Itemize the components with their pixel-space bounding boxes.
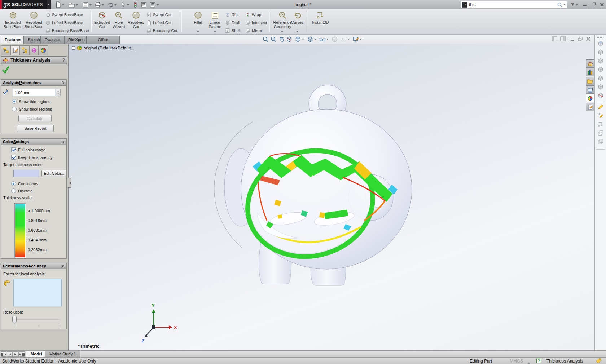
tab-evaluate[interactable]: Evaluate: [40, 36, 64, 44]
units-label[interactable]: MMGS: [510, 359, 523, 364]
mirror-entities-icon[interactable]: [597, 130, 604, 136]
3d-sketch-icon[interactable]: [597, 112, 604, 119]
displaymanager-tab[interactable]: [39, 45, 48, 55]
display-style-icon[interactable]: [307, 36, 313, 43]
menu-expand-arrow[interactable]: [47, 0, 51, 9]
task-pane-design-library-tab[interactable]: [586, 68, 594, 76]
save-dropdown-arrow[interactable]: [89, 4, 92, 7]
previous-tab-button[interactable]: [7, 351, 13, 357]
motion-study-tab[interactable]: Motion Study 1: [45, 351, 80, 357]
hidden-lines-removed-icon[interactable]: [597, 66, 604, 73]
task-pane-home-tab[interactable]: [586, 59, 594, 68]
view-settings-icon[interactable]: [352, 36, 359, 43]
section-view-icon[interactable]: [597, 92, 604, 99]
reference-geometry-dropdown-arrow[interactable]: [281, 31, 283, 34]
zoom-to-fit-icon[interactable]: [262, 36, 269, 43]
previous-view-icon[interactable]: [278, 36, 285, 43]
continuous-radio[interactable]: Continuous: [11, 181, 38, 186]
undo-dropdown-arrow[interactable]: [114, 4, 117, 7]
help-button[interactable]: ?: [571, 2, 574, 7]
save-report-button[interactable]: Save Report: [17, 125, 54, 132]
fillet-dropdown-arrow[interactable]: [197, 31, 199, 34]
thickness-value-input[interactable]: [13, 89, 55, 96]
extruded-cut-button[interactable]: ExtrudedCut: [93, 11, 111, 33]
mirror-button[interactable]: Mirror: [245, 27, 262, 34]
collapse-chevron-icon[interactable]: [61, 140, 65, 143]
save-button[interactable]: [82, 1, 89, 8]
lofted-cut-button[interactable]: Lofted Cut: [146, 19, 171, 26]
discrete-radio[interactable]: Discrete: [11, 188, 32, 193]
close-button[interactable]: [599, 2, 605, 7]
task-pane-custom-properties-tab[interactable]: [586, 103, 594, 111]
view-settings-dropdown-arrow[interactable]: [360, 39, 362, 41]
search-icon[interactable]: [557, 2, 562, 8]
thickness-spinner[interactable]: [56, 89, 61, 96]
model-tab[interactable]: Model: [26, 351, 47, 357]
hidden-lines-visible-icon[interactable]: [597, 58, 604, 64]
shaded-icon[interactable]: [597, 49, 604, 56]
faces-selection-listbox[interactable]: [13, 279, 62, 306]
lofted-boss-base-button[interactable]: Lofted Boss/Base: [45, 19, 83, 26]
panel-help-icon[interactable]: ?: [62, 58, 65, 63]
fillet-button[interactable]: Fillet: [190, 11, 206, 33]
collapse-chevron-icon[interactable]: [61, 81, 65, 84]
convert-entities-icon[interactable]: [597, 121, 604, 128]
boundary-boss-base-button[interactable]: Boundary Boss/Base: [45, 27, 89, 34]
feature-tree-root[interactable]: original (Default<<Default...: [72, 45, 134, 51]
units-dropdown-arrow[interactable]: [527, 361, 530, 364]
view-orientation-dropdown-arrow[interactable]: [302, 39, 304, 41]
edit-color-button[interactable]: Edit Color...: [41, 170, 67, 177]
tree-expand-icon[interactable]: [72, 46, 75, 50]
options-dropdown-arrow[interactable]: [157, 4, 159, 7]
resolution-slider-handle[interactable]: [12, 316, 17, 323]
restore-button[interactable]: [590, 2, 597, 7]
print-dropdown-arrow[interactable]: [102, 4, 104, 7]
rebuild-button[interactable]: [132, 1, 139, 8]
task-pane-view-palette-tab[interactable]: [586, 85, 594, 94]
graphics-viewport[interactable]: original (Default<<Default...: [69, 44, 594, 350]
undo-button[interactable]: [107, 1, 114, 8]
hide-show-items-icon[interactable]: [319, 36, 326, 43]
task-pane-appearances-tab[interactable]: [586, 94, 594, 102]
open-dropdown-arrow[interactable]: [76, 4, 78, 7]
boundary-cut-button[interactable]: Boundary Cut: [146, 27, 177, 34]
linear-pattern-dropdown-arrow[interactable]: [214, 31, 216, 34]
intersect-button[interactable]: Intersect: [245, 19, 267, 26]
sketch-icon[interactable]: [597, 104, 604, 110]
resolution-slider-track[interactable]: [12, 319, 60, 320]
propertymanager-tab[interactable]: [10, 45, 20, 55]
ok-check-button[interactable]: [2, 66, 10, 74]
shell-button[interactable]: Shell: [225, 27, 240, 34]
file-properties-button[interactable]: [141, 1, 147, 8]
rib-button[interactable]: Rib: [225, 12, 238, 18]
select-dropdown-arrow[interactable]: [127, 4, 129, 7]
tab-features[interactable]: Features: [1, 36, 24, 44]
options-button[interactable]: [149, 1, 156, 8]
task-pane-drag-handle[interactable]: [597, 37, 604, 38]
document-restore-button[interactable]: [577, 36, 584, 42]
help-dropdown-arrow[interactable]: [576, 4, 578, 7]
tab-office-products[interactable]: Office Products: [87, 36, 120, 44]
task-pane-file-explorer-tab[interactable]: [586, 77, 594, 85]
dimxpertmanager-tab[interactable]: [29, 45, 39, 55]
hole-wizard-button[interactable]: HoleWizard: [110, 11, 127, 33]
show-thick-regions-radio[interactable]: Show thick regions: [12, 107, 52, 111]
first-tab-button[interactable]: [1, 351, 6, 357]
document-minimize-button[interactable]: [569, 36, 576, 42]
display-style-dropdown-arrow[interactable]: [314, 39, 316, 41]
draft-button[interactable]: Draft: [225, 19, 240, 26]
tab-dimxpert[interactable]: DimXpert: [64, 36, 87, 44]
linear-pattern-button[interactable]: LinearPattern: [206, 11, 224, 33]
tag-icon[interactable]: [596, 358, 601, 364]
keep-transparency-checkbox[interactable]: Keep Transparency: [11, 155, 52, 160]
swept-boss-base-button[interactable]: Swept Boss/Base: [45, 12, 83, 18]
wrap-button[interactable]: Wrap: [245, 12, 261, 18]
open-button[interactable]: [69, 1, 75, 8]
section-view-icon[interactable]: [286, 36, 293, 43]
search-box[interactable]: >: [461, 1, 567, 8]
instant3d-button[interactable]: Instant3D: [309, 11, 332, 33]
curves-dropdown-arrow[interactable]: [296, 31, 298, 34]
view-orientation-icon[interactable]: [295, 36, 301, 43]
pane-split-right-icon[interactable]: [560, 36, 566, 42]
revolved-cut-button[interactable]: RevolvedCut: [127, 11, 145, 33]
